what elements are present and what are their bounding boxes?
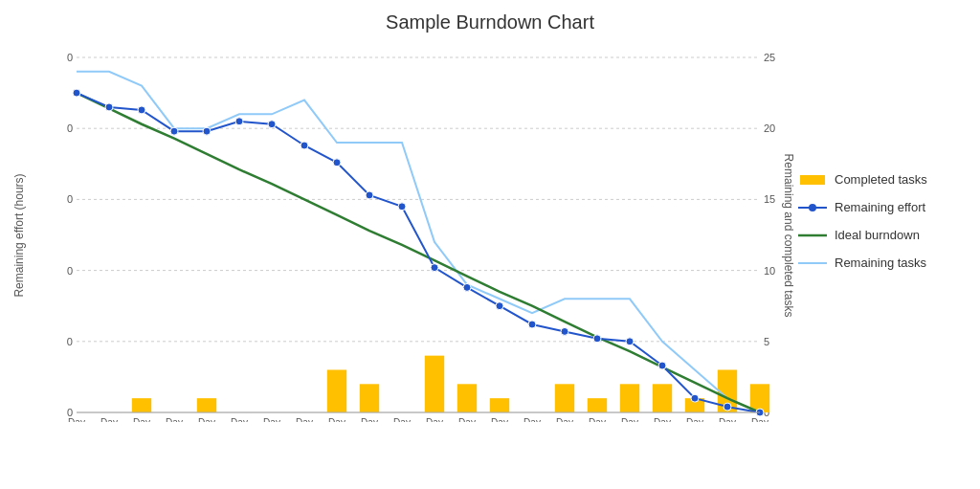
legend-ideal-burndown: Ideal burndown xyxy=(798,228,970,242)
svg-rect-65 xyxy=(360,384,379,412)
svg-text:Day: Day xyxy=(589,417,606,422)
svg-point-81 xyxy=(235,118,243,125)
chart-title: Sample Burndown Chart xyxy=(0,0,980,33)
svg-rect-72 xyxy=(653,384,672,412)
svg-text:Day: Day xyxy=(361,417,378,422)
svg-point-101 xyxy=(809,204,816,211)
svg-point-92 xyxy=(593,335,601,343)
svg-text:Day: Day xyxy=(166,417,183,422)
svg-rect-67 xyxy=(457,384,477,412)
svg-rect-69 xyxy=(555,384,574,412)
svg-text:Day: Day xyxy=(458,417,476,422)
legend-ideal-burndown-label: Ideal burndown xyxy=(835,228,920,242)
svg-rect-66 xyxy=(425,356,444,412)
svg-rect-63 xyxy=(197,398,216,412)
legend-remaining-tasks: Remaining tasks xyxy=(798,256,970,270)
svg-text:10: 10 xyxy=(764,265,775,277)
chart-container: Sample Burndown Chart Remaining effort (… xyxy=(0,0,980,489)
svg-text:Day: Day xyxy=(296,417,313,422)
svg-point-93 xyxy=(626,338,634,345)
svg-text:Day: Day xyxy=(751,417,768,422)
legend: Completed tasks Remaining effort Ideal b… xyxy=(798,172,970,283)
svg-rect-70 xyxy=(588,398,607,412)
svg-point-88 xyxy=(463,283,471,291)
svg-point-78 xyxy=(138,106,145,114)
svg-point-79 xyxy=(170,127,178,135)
svg-text:Day: Day xyxy=(426,417,443,422)
svg-rect-68 xyxy=(490,398,509,412)
svg-point-85 xyxy=(366,191,373,199)
legend-completed-tasks-label: Completed tasks xyxy=(835,172,927,187)
svg-text:Day: Day xyxy=(68,417,85,422)
svg-text:200: 200 xyxy=(67,122,73,134)
svg-text:5: 5 xyxy=(764,336,769,347)
svg-point-80 xyxy=(203,127,211,135)
svg-text:Day: Day xyxy=(556,417,573,422)
svg-point-77 xyxy=(105,103,113,111)
svg-point-91 xyxy=(561,327,568,335)
svg-point-95 xyxy=(691,394,699,402)
svg-text:Day: Day xyxy=(491,417,508,422)
svg-text:Day: Day xyxy=(263,417,280,422)
svg-text:Day: Day xyxy=(621,417,638,422)
burndown-chart: 0050510010150152002025025Day0Day1Day2Day… xyxy=(67,48,789,422)
svg-point-90 xyxy=(528,321,536,328)
svg-text:Day: Day xyxy=(523,417,541,422)
svg-text:Day: Day xyxy=(328,417,345,422)
svg-text:250: 250 xyxy=(67,52,73,63)
svg-point-96 xyxy=(724,403,731,411)
svg-rect-62 xyxy=(132,398,151,412)
svg-point-84 xyxy=(333,159,341,167)
svg-text:Day: Day xyxy=(133,417,150,422)
svg-text:25: 25 xyxy=(764,52,775,63)
svg-text:Day: Day xyxy=(393,417,411,422)
legend-remaining-effort-label: Remaining effort xyxy=(835,200,925,214)
svg-text:50: 50 xyxy=(67,336,73,347)
legend-remaining-effort: Remaining effort xyxy=(798,200,970,214)
svg-text:Day: Day xyxy=(100,417,118,422)
svg-text:Day: Day xyxy=(198,417,215,422)
svg-rect-99 xyxy=(800,175,825,185)
svg-point-86 xyxy=(398,203,406,211)
legend-completed-tasks: Completed tasks xyxy=(798,172,970,187)
svg-point-82 xyxy=(268,121,276,128)
svg-text:Day: Day xyxy=(231,417,248,422)
svg-text:20: 20 xyxy=(764,122,775,134)
svg-text:15: 15 xyxy=(764,193,775,205)
svg-point-76 xyxy=(73,89,80,97)
svg-text:Day: Day xyxy=(719,417,736,422)
svg-point-83 xyxy=(301,142,308,149)
legend-remaining-tasks-label: Remaining tasks xyxy=(835,256,926,270)
svg-rect-64 xyxy=(327,369,346,412)
svg-text:100: 100 xyxy=(67,265,73,277)
svg-text:Day: Day xyxy=(654,417,671,422)
svg-point-87 xyxy=(431,264,438,272)
svg-point-89 xyxy=(496,302,503,310)
svg-text:150: 150 xyxy=(67,193,73,205)
svg-rect-71 xyxy=(620,384,639,412)
y-axis-label-left: Remaining effort (hours) xyxy=(10,48,29,422)
svg-point-94 xyxy=(658,362,666,369)
svg-text:Day: Day xyxy=(686,417,703,422)
